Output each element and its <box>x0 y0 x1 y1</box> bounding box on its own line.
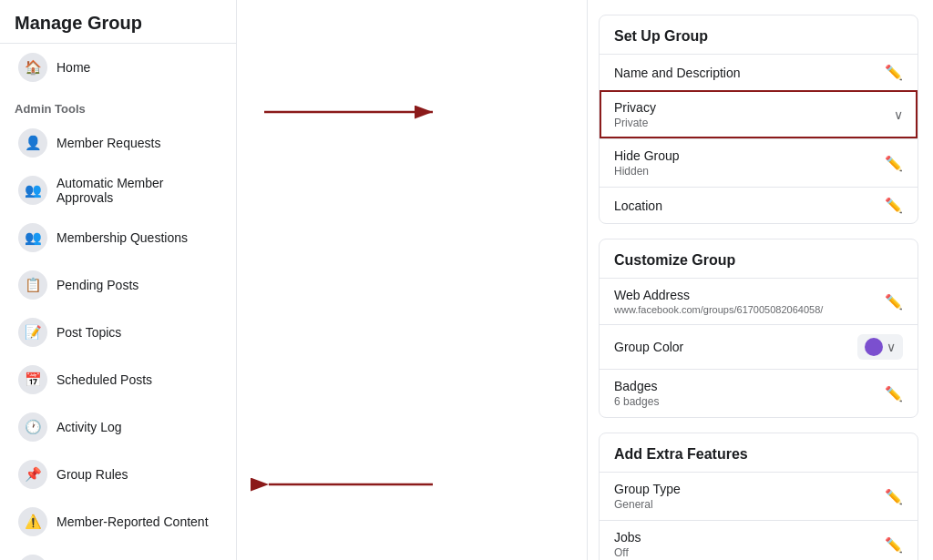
row-name-description[interactable]: Name and Description ✏️ <box>600 54 918 90</box>
admin-tools-section-label: Admin Tools <box>0 91 236 119</box>
edit-icon: ✏️ <box>885 155 903 172</box>
row-jobs-sub: Off <box>614 546 641 559</box>
row-privacy-sub: Private <box>614 117 656 129</box>
sidebar-item-member-reported-content[interactable]: ⚠️ Member-Reported Content <box>7 499 229 545</box>
sidebar-item-scheduled-posts[interactable]: 📅 Scheduled Posts <box>7 357 229 402</box>
row-badges[interactable]: Badges 6 badges ✏️ <box>600 369 918 417</box>
reported-content-icon: ⚠️ <box>18 507 47 536</box>
row-privacy-action: ∨ <box>894 107 903 122</box>
sidebar-item-label: Pending Posts <box>56 278 138 292</box>
row-jobs[interactable]: Jobs Off ✏️ <box>600 520 918 560</box>
sidebar-item-label: Activity Log <box>56 420 122 434</box>
chevron-down-icon: ∨ <box>894 107 903 122</box>
row-group-color-content: Group Color <box>614 340 683 354</box>
row-hide-group[interactable]: Hide Group Hidden ✏️ <box>600 138 918 187</box>
row-location-content: Location <box>614 199 662 213</box>
customize-group-heading: Customize Group <box>600 239 918 278</box>
sidebar-item-label: Member-Reported Content <box>56 514 209 529</box>
row-group-color-action[interactable]: ∨ <box>857 334 903 360</box>
row-hide-group-action: ✏️ <box>885 155 903 172</box>
color-dot <box>865 338 883 356</box>
row-name-description-action: ✏️ <box>885 64 903 81</box>
row-location-title: Location <box>614 199 662 213</box>
sidebar-item-label: Member Requests <box>56 136 160 150</box>
row-badges-action: ✏️ <box>885 385 903 402</box>
sidebar-item-label: Automatic Member Approvals <box>56 176 218 205</box>
moderation-alerts-icon: 💬 <box>18 555 47 560</box>
row-name-description-content: Name and Description <box>614 66 741 80</box>
row-hide-group-content: Hide Group Hidden <box>614 148 680 178</box>
row-hide-group-title: Hide Group <box>614 148 680 163</box>
row-web-address-title: Web Address <box>614 288 823 302</box>
arrow-area <box>237 0 587 560</box>
row-badges-content: Badges 6 badges <box>614 379 659 408</box>
edit-icon: ✏️ <box>885 197 903 214</box>
set-up-group-card: Set Up Group Name and Description ✏️ Pri… <box>599 15 918 224</box>
color-picker-button[interactable]: ∨ <box>857 334 903 360</box>
right-panel: Set Up Group Name and Description ✏️ Pri… <box>587 0 933 560</box>
row-group-color-title: Group Color <box>614 340 683 354</box>
row-hide-group-sub: Hidden <box>614 165 680 178</box>
row-group-type-action: ✏️ <box>885 488 903 505</box>
post-topics-icon: 📝 <box>18 318 47 347</box>
automatic-approvals-icon: 👥 <box>18 176 47 205</box>
row-web-address-sub: www.facebook.com/groups/617005082064058/ <box>614 304 823 315</box>
edit-icon: ✏️ <box>885 385 903 402</box>
edit-icon: ✏️ <box>885 488 903 505</box>
row-jobs-title: Jobs <box>614 530 641 545</box>
sidebar-item-membership-questions[interactable]: 👥 Membership Questions <box>7 215 229 260</box>
row-badges-sub: 6 badges <box>614 395 659 408</box>
sidebar-item-label: Group Rules <box>56 467 128 482</box>
sidebar-item-automatic-member-approvals[interactable]: 👥 Automatic Member Approvals <box>7 168 229 213</box>
sidebar-item-label: Scheduled Posts <box>56 372 152 387</box>
row-jobs-action: ✏️ <box>885 536 903 554</box>
row-location-action: ✏️ <box>885 197 903 214</box>
row-group-type-sub: General <box>614 498 681 511</box>
set-up-group-heading: Set Up Group <box>600 15 918 54</box>
sidebar-item-activity-log[interactable]: 🕐 Activity Log <box>7 404 229 450</box>
sidebar: Manage Group 🏠 Home Admin Tools 👤 Member… <box>0 0 237 560</box>
home-icon: 🏠 <box>18 53 47 82</box>
add-extra-features-heading: Add Extra Features <box>600 433 918 472</box>
right-arrow <box>264 98 446 126</box>
membership-questions-icon: 👥 <box>18 223 47 252</box>
row-group-type[interactable]: Group Type General ✏️ <box>600 472 918 520</box>
sidebar-item-label: Membership Questions <box>56 230 188 245</box>
sidebar-item-label: Post Topics <box>56 325 121 340</box>
activity-log-icon: 🕐 <box>18 412 47 442</box>
sidebar-item-post-topics[interactable]: 📝 Post Topics <box>7 310 229 355</box>
sidebar-item-home[interactable]: 🏠 Home <box>7 45 229 90</box>
row-name-description-title: Name and Description <box>614 66 741 80</box>
sidebar-item-group-rules[interactable]: 📌 Group Rules <box>7 452 229 497</box>
row-location[interactable]: Location ✏️ <box>600 187 918 223</box>
edit-icon: ✏️ <box>885 64 903 81</box>
pending-posts-icon: 📋 <box>18 270 47 300</box>
sidebar-item-member-requests[interactable]: 👤 Member Requests <box>7 120 229 166</box>
row-group-type-content: Group Type General <box>614 482 681 511</box>
row-badges-title: Badges <box>614 379 659 393</box>
add-extra-features-card: Add Extra Features Group Type General ✏️… <box>599 433 918 560</box>
row-group-color[interactable]: Group Color ∨ <box>600 324 918 369</box>
row-group-type-title: Group Type <box>614 482 681 496</box>
sidebar-item-pending-posts[interactable]: 📋 Pending Posts <box>7 262 229 308</box>
edit-icon: ✏️ <box>885 536 903 554</box>
main-content: Set Up Group Name and Description ✏️ Pri… <box>237 0 933 560</box>
member-requests-icon: 👤 <box>18 128 47 158</box>
row-web-address-content: Web Address www.facebook.com/groups/6170… <box>614 288 823 315</box>
group-rules-icon: 📌 <box>18 460 47 489</box>
customize-group-card: Customize Group Web Address www.facebook… <box>599 239 918 418</box>
left-arrow <box>264 471 446 498</box>
sidebar-item-moderation-alerts[interactable]: 💬 Moderation Alerts <box>7 546 229 560</box>
row-privacy[interactable]: Privacy Private ∨ <box>600 90 918 138</box>
sidebar-title: Manage Group <box>0 0 236 44</box>
edit-icon: ✏️ <box>885 293 903 311</box>
row-web-address[interactable]: Web Address www.facebook.com/groups/6170… <box>600 278 918 324</box>
sidebar-item-label: Home <box>56 60 90 75</box>
row-jobs-content: Jobs Off <box>614 530 641 559</box>
row-privacy-content: Privacy Private <box>614 100 656 129</box>
row-web-address-action: ✏️ <box>885 293 903 311</box>
chevron-down-icon: ∨ <box>887 340 896 354</box>
row-privacy-title: Privacy <box>614 100 656 115</box>
scheduled-posts-icon: 📅 <box>18 365 47 394</box>
